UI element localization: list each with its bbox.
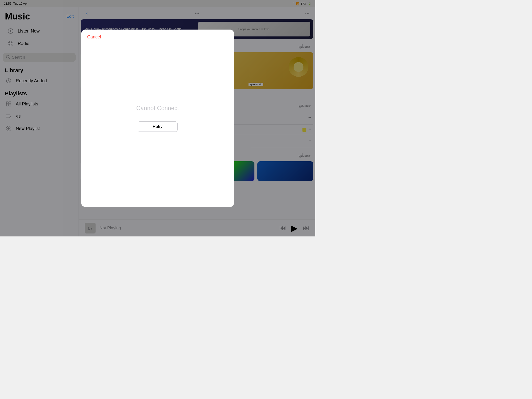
modal-sheet: Cancel Cannot Connect Retry bbox=[81, 30, 234, 207]
modal-overlay: Cancel Cannot Connect Retry bbox=[0, 0, 315, 236]
retry-button[interactable]: Retry bbox=[138, 121, 178, 132]
modal-cancel-button[interactable]: Cancel bbox=[87, 34, 101, 40]
modal-error-area: Cannot Connect Retry bbox=[81, 105, 234, 132]
cannot-connect-text: Cannot Connect bbox=[81, 105, 234, 112]
